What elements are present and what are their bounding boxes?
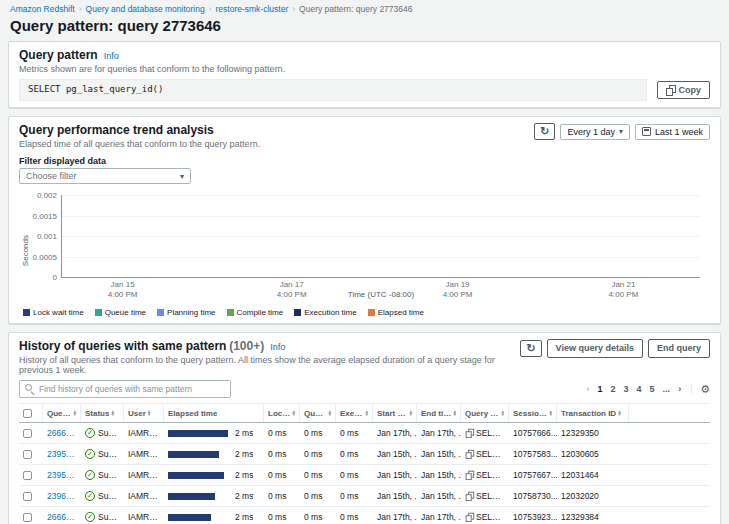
y-axis-tick: 0.001 [37, 232, 57, 241]
copy-icon[interactable] [466, 471, 474, 480]
chevron-down-icon: ▾ [619, 127, 623, 136]
previous-page-button[interactable]: ‹ [583, 384, 594, 394]
legend-item-compile[interactable]: Compile time [227, 308, 284, 317]
sort-icon: ▴▾ [111, 410, 114, 417]
search-input[interactable] [19, 380, 231, 398]
page-button-1[interactable]: 1 [594, 384, 607, 394]
history-table-body: 2666727 ✓Success IAMR:Ad... 2 ms 0 ms 0 … [19, 423, 710, 524]
cell-queue-time: 0 ms [300, 491, 336, 501]
view-query-details-button[interactable]: View query details [547, 339, 643, 358]
col-header-status[interactable]: Status▴▾ [81, 404, 124, 422]
compile-swatch-icon [227, 309, 234, 316]
legend-item-elapsed[interactable]: Elapsed time [368, 308, 424, 317]
page-button-2[interactable]: 2 [607, 384, 620, 394]
table-row[interactable]: 2395808 ✓Success IAMR:Ad... 2 ms 0 ms 0 … [19, 444, 710, 465]
breadcrumb-link-redshift[interactable]: Amazon Redshift [10, 4, 75, 14]
page-button-3[interactable]: 3 [620, 384, 633, 394]
col-header-lock-wait-time[interactable]: Lock wait time▴▾ [264, 404, 300, 422]
x-axis-title: Time (UTC -08:00) [348, 290, 414, 299]
cell-user: IAMR:Ad... [124, 449, 164, 459]
lock-wait-swatch-icon [23, 309, 30, 316]
cell-end-time: Jan 15th, ... [417, 470, 461, 480]
cell-start-time: Jan 15th, ... [373, 449, 417, 459]
col-header-queue-time[interactable]: Queue time▴▾ [300, 404, 336, 422]
col-header-query-text[interactable]: Query text▴▾ [461, 404, 509, 422]
col-header-end-time[interactable]: End time▴▾ [417, 404, 461, 422]
row-checkbox[interactable] [23, 429, 32, 438]
elapsed-bar-track [168, 472, 230, 479]
cell-queue-time: 0 ms [300, 449, 336, 459]
cell-user: IAMR:Ad... [124, 512, 164, 522]
info-link[interactable]: Info [104, 51, 119, 61]
table-row[interactable]: 2666742 ✓Success IAMR:Ad... 2 ms 0 ms 0 … [19, 507, 710, 524]
query-pattern-header: Query patternInfo [19, 48, 710, 62]
copy-icon[interactable] [466, 492, 474, 501]
interval-select[interactable]: Every 1 day▾ [560, 124, 630, 140]
query-id-link[interactable]: 2395955 [47, 470, 77, 480]
cell-select [19, 513, 43, 522]
elapsed-bar [168, 451, 219, 458]
copy-icon[interactable] [466, 513, 474, 522]
copy-icon[interactable] [466, 429, 474, 438]
query-id-link[interactable]: 2395808 [47, 449, 77, 459]
breadcrumb: Amazon Redshift›Query and database monit… [0, 0, 729, 16]
success-icon: ✓ [85, 470, 95, 480]
breadcrumb-separator: › [292, 4, 295, 14]
table-row[interactable]: 2396058 ✓Success IAMR:Ad... 2 ms 0 ms 0 … [19, 486, 710, 507]
row-checkbox[interactable] [23, 471, 32, 480]
col-header-transaction-id[interactable]: Transaction ID▴▾ [557, 404, 629, 422]
pattern-sql-text: SELECT pg_last_query_id() [19, 79, 647, 101]
cell-select [19, 471, 43, 480]
legend-item-queue[interactable]: Queue time [95, 308, 146, 317]
breadcrumb-link-monitoring[interactable]: Query and database monitoring [86, 4, 205, 14]
end-query-button[interactable]: End query [648, 339, 710, 358]
x-axis-tick: Jan 214:00 PM [609, 280, 639, 301]
legend-item-execution[interactable]: Execution time [294, 308, 356, 317]
select-all-checkbox[interactable] [23, 409, 32, 418]
refresh-button[interactable]: ↻ [534, 123, 555, 140]
next-page-button[interactable]: › [674, 384, 685, 394]
copy-icon[interactable] [466, 450, 474, 459]
cell-start-time: Jan 15th, ... [373, 470, 417, 480]
table-header-row: Query ID▴▾ Status▴▾ User▴▾ Elapsed time … [19, 403, 710, 423]
copy-button[interactable]: Copy [657, 81, 711, 100]
col-header-user[interactable]: User▴▾ [124, 404, 164, 422]
cell-session-id: 10757583... [509, 449, 557, 459]
gridline [62, 216, 700, 217]
col-header-start-time[interactable]: Start time▴▾ [373, 404, 417, 422]
col-header-execution-time[interactable]: Execution time▴▾ [336, 404, 373, 422]
date-range-picker[interactable]: Last 1 week [635, 124, 710, 140]
breadcrumb-current: Query pattern: query 2773646 [299, 4, 412, 14]
legend-item-planning[interactable]: Planning time [157, 308, 215, 317]
cell-queue-time: 0 ms [300, 512, 336, 522]
legend-item-lock-wait[interactable]: Lock wait time [23, 308, 84, 317]
cell-execution-time: 0 ms [336, 491, 373, 501]
row-checkbox[interactable] [23, 492, 32, 501]
col-header-session-id[interactable]: Session ID▴▾ [509, 404, 557, 422]
cell-elapsed-time: 2 ms [164, 512, 264, 522]
history-header: History of queries with same pattern (10… [19, 339, 520, 375]
row-checkbox[interactable] [23, 513, 32, 522]
cell-query-text: SELECT... [461, 512, 509, 522]
page-title: Query pattern: query 2773646 [10, 17, 719, 34]
cell-elapsed-time: 2 ms [164, 470, 264, 480]
query-id-link[interactable]: 2666742 [47, 512, 77, 522]
page-button-4[interactable]: 4 [633, 384, 646, 394]
elapsed-bar-track [168, 493, 230, 500]
gear-icon[interactable]: ⚙ [691, 384, 710, 395]
table-row[interactable]: 2666727 ✓Success IAMR:Ad... 2 ms 0 ms 0 … [19, 423, 710, 444]
query-id-link[interactable]: 2666727 [47, 428, 77, 438]
breadcrumb-link-cluster[interactable]: restore-smk-cluster [216, 4, 289, 14]
elapsed-bar-track [168, 451, 230, 458]
table-row[interactable]: 2395955 ✓Success IAMR:Ad... 2 ms 0 ms 0 … [19, 465, 710, 486]
info-link[interactable]: Info [270, 342, 285, 352]
cell-end-time: Jan 17th, ... [417, 428, 461, 438]
page-button-5[interactable]: 5 [646, 384, 659, 394]
history-refresh-button[interactable]: ↻ [520, 340, 541, 357]
col-header-query-id[interactable]: Query ID▴▾ [43, 404, 81, 422]
filter-select[interactable]: Choose filter▾ [19, 168, 191, 184]
cell-lock-wait-time: 0 ms [264, 491, 300, 501]
cell-user: IAMR:Ad... [124, 491, 164, 501]
row-checkbox[interactable] [23, 450, 32, 459]
query-id-link[interactable]: 2396058 [47, 491, 77, 501]
